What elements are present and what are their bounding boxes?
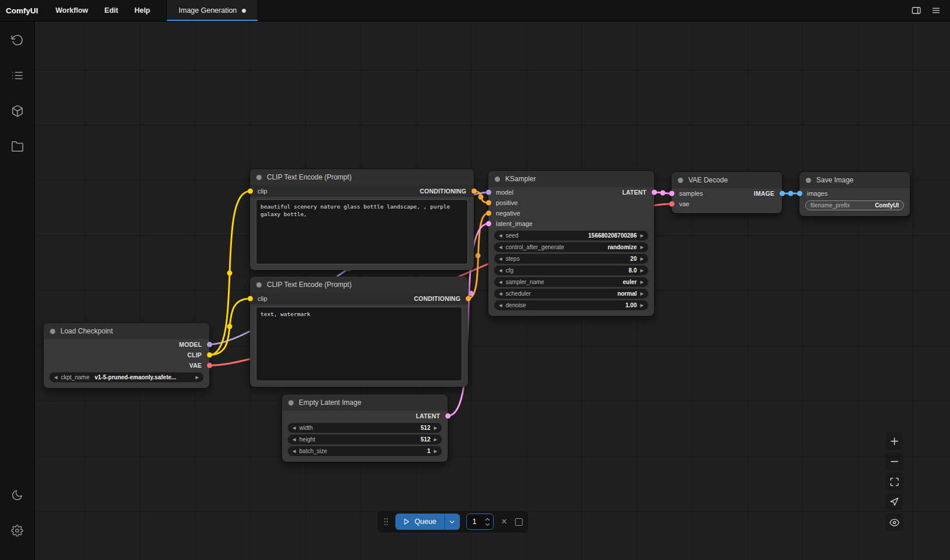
widget-control-after-generate[interactable]: ◀ control_after_generate randomize ▶ <box>494 242 648 252</box>
increment-icon[interactable]: ▶ <box>640 257 644 261</box>
link-midpoint-dot[interactable] <box>227 324 233 329</box>
fit-view-button[interactable] <box>885 473 903 490</box>
settings-button[interactable] <box>7 520 28 541</box>
node-title-bar[interactable]: Load Checkpoint <box>44 323 209 339</box>
widget-ckpt-name[interactable]: ◀ ckpt_name v1-5-pruned-emaonly.safete..… <box>49 372 203 382</box>
prev-value-icon[interactable]: ◀ <box>499 292 502 296</box>
node-empty-latent-image[interactable]: Empty Latent Image LATENT ◀ width 512 ▶ … <box>282 394 448 462</box>
node-save-image[interactable]: Save Image images filename_prefix ComfyU… <box>799 172 910 216</box>
link-midpoint-dot[interactable] <box>476 253 481 259</box>
stop-button[interactable] <box>515 518 523 526</box>
port-latent-output[interactable] <box>445 414 451 419</box>
port-conditioning-output[interactable] <box>472 189 477 194</box>
node-load-checkpoint[interactable]: Load Checkpoint MODEL CLIP VAE ◀ ckpt_na… <box>44 323 209 388</box>
port-image-output[interactable] <box>780 191 785 196</box>
decrement-icon[interactable]: ◀ <box>499 303 502 308</box>
port-negative-input[interactable] <box>486 211 491 216</box>
widget-height[interactable]: ◀ height 512 ▶ <box>288 435 442 444</box>
zoom-in-button[interactable] <box>885 432 903 450</box>
increment-icon[interactable]: ▶ <box>640 234 644 238</box>
widget-cfg[interactable]: ◀ cfg 8.0 ▶ <box>494 265 648 275</box>
widget-sampler-name[interactable]: ◀ sampler_name euler ▶ <box>494 277 648 287</box>
comfyui-logo[interactable]: ComfyUI <box>0 0 48 21</box>
port-vae-output[interactable] <box>207 363 212 368</box>
port-clip-input[interactable] <box>248 296 253 301</box>
widget-filename-prefix[interactable]: filename_prefix ComfyUI <box>805 200 904 210</box>
prev-value-icon[interactable]: ◀ <box>499 245 502 250</box>
link-midpoint-dot[interactable] <box>227 271 233 276</box>
link-midpoint-dot[interactable] <box>788 191 794 196</box>
link-midpoint-dot[interactable] <box>660 191 666 196</box>
node-ksampler[interactable]: KSampler model LATENT positive negative … <box>488 171 654 316</box>
workflows-button[interactable] <box>7 136 28 157</box>
port-model-output[interactable] <box>207 342 212 347</box>
queue-button[interactable]: Queue <box>395 514 444 530</box>
node-library-button[interactable] <box>7 65 28 86</box>
decrement-icon[interactable]: ◀ <box>292 449 296 454</box>
widget-steps[interactable]: ◀ steps 20 ▶ <box>494 254 648 264</box>
prompt-textarea[interactable]: text, watermark <box>256 307 462 381</box>
node-clip-text-encode-positive[interactable]: CLIP Text Encode (Prompt) clip CONDITION… <box>250 169 474 270</box>
next-value-icon[interactable]: ▶ <box>640 292 644 296</box>
theme-toggle-button[interactable] <box>7 484 28 505</box>
link-midpoint-dot[interactable] <box>469 291 474 296</box>
node-title-bar[interactable]: VAE Decode <box>672 172 782 188</box>
node-vae-decode[interactable]: VAE Decode samples IMAGE vae <box>672 172 782 213</box>
widget-denoise[interactable]: ◀ denoise 1.00 ▶ <box>494 300 648 310</box>
node-title-bar[interactable]: CLIP Text Encode (Prompt) <box>250 277 468 293</box>
select-mode-button[interactable] <box>885 493 903 511</box>
model-library-button[interactable] <box>7 100 28 121</box>
port-latent-output[interactable] <box>652 190 657 195</box>
history-button[interactable] <box>7 30 28 51</box>
link-midpoint-dot[interactable] <box>478 195 484 200</box>
node-clip-text-encode-negative[interactable]: CLIP Text Encode (Prompt) clip CONDITION… <box>250 277 468 387</box>
increment-icon[interactable]: ▶ <box>640 268 644 273</box>
node-canvas[interactable]: Load Checkpoint MODEL CLIP VAE ◀ ckpt_na… <box>35 21 950 560</box>
port-positive-input[interactable] <box>486 200 491 206</box>
toggle-visibility-button[interactable] <box>885 514 903 531</box>
prev-value-icon[interactable]: ◀ <box>54 375 58 380</box>
port-vae-input[interactable] <box>669 202 674 207</box>
decrement-icon[interactable]: ◀ <box>499 257 502 261</box>
tab-image-generation[interactable]: Image Generation <box>166 0 258 21</box>
port-model-input[interactable] <box>486 190 491 195</box>
decrement-icon[interactable]: ◀ <box>499 234 502 238</box>
collapse-dot[interactable] <box>678 178 683 183</box>
port-conditioning-output[interactable] <box>466 296 471 301</box>
increment-icon[interactable]: ▶ <box>640 303 644 308</box>
drag-handle[interactable] <box>383 517 389 526</box>
next-value-icon[interactable]: ▶ <box>640 245 644 250</box>
widget-batch-size[interactable]: ◀ batch_size 1 ▶ <box>288 446 442 456</box>
collapse-dot[interactable] <box>50 329 55 334</box>
batch-count-input[interactable]: 1 <box>466 514 494 530</box>
next-value-icon[interactable]: ▶ <box>640 280 644 285</box>
next-value-icon[interactable]: ▶ <box>195 375 199 380</box>
decrement-icon[interactable]: ◀ <box>499 268 502 273</box>
node-title-bar[interactable]: Empty Latent Image <box>282 394 448 411</box>
clear-queue-button[interactable]: × <box>500 517 509 526</box>
collapse-dot[interactable] <box>256 175 262 180</box>
increment-icon[interactable]: ▶ <box>434 437 437 442</box>
port-latent-image-input[interactable] <box>486 221 491 227</box>
node-title-bar[interactable]: Save Image <box>799 172 910 188</box>
prompt-textarea[interactable]: beautiful scenery nature glass bottle la… <box>256 199 468 264</box>
port-samples-input[interactable] <box>669 191 674 196</box>
collapse-dot[interactable] <box>256 282 262 288</box>
increment-icon[interactable]: ▶ <box>434 449 437 454</box>
menu-edit[interactable]: Edit <box>97 0 127 21</box>
menu-help[interactable]: Help <box>126 0 158 21</box>
port-images-input[interactable] <box>797 191 802 196</box>
queue-options-button[interactable] <box>444 514 460 530</box>
menu-workflow[interactable]: Workflow <box>48 0 97 21</box>
toggle-panel-button[interactable] <box>908 2 924 19</box>
zoom-out-button[interactable] <box>885 453 903 470</box>
widget-scheduler[interactable]: ◀ scheduler normal ▶ <box>494 289 648 299</box>
main-menu-button[interactable] <box>928 2 944 19</box>
increment-icon[interactable]: ▶ <box>434 426 437 430</box>
port-clip-output[interactable] <box>207 353 212 358</box>
node-title-bar[interactable]: KSampler <box>488 171 654 187</box>
decrement-icon[interactable]: ◀ <box>292 426 296 430</box>
collapse-dot[interactable] <box>806 178 811 183</box>
port-clip-input[interactable] <box>248 189 253 194</box>
decrement-batch-button[interactable] <box>485 523 490 526</box>
